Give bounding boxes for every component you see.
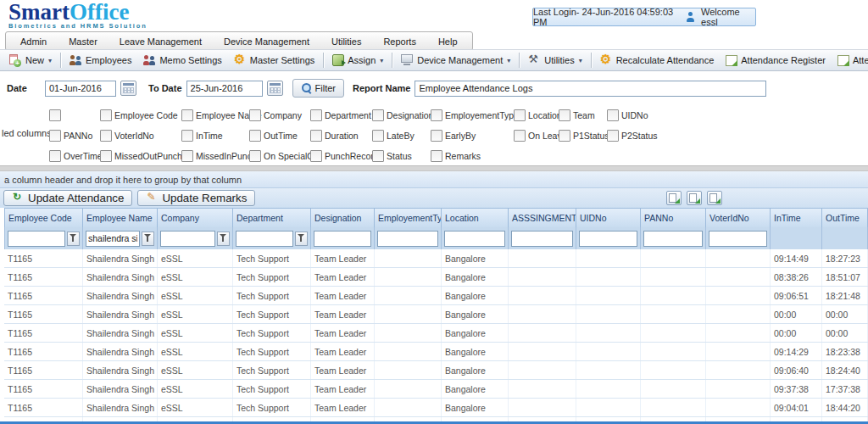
column-checkbox-status[interactable]: Status xyxy=(372,150,431,162)
column-header-location[interactable]: Location xyxy=(442,208,509,227)
table-row[interactable]: T1165Shailendra Singh MaholeSSLTech Supp… xyxy=(4,361,868,380)
table-row[interactable]: T1165Shailendra Singh MaholeSSLTech Supp… xyxy=(4,343,868,361)
checkbox-icon[interactable] xyxy=(49,150,61,162)
checkbox-icon[interactable] xyxy=(607,130,619,142)
calendar-icon[interactable] xyxy=(267,81,283,96)
column-header-designation[interactable]: Designation xyxy=(311,208,375,227)
to-date-input[interactable] xyxy=(186,81,263,97)
device-management-button[interactable]: Device Management▾ xyxy=(395,53,516,68)
memo-settings-button[interactable]: Memo Settings xyxy=(137,53,227,68)
filter-funnel-button[interactable] xyxy=(67,232,80,246)
column-checkbox-blank[interactable] xyxy=(49,109,100,121)
checkbox-icon[interactable] xyxy=(100,150,112,162)
date-input[interactable] xyxy=(45,81,116,97)
checkbox-icon[interactable] xyxy=(181,109,193,121)
column-checkbox-voteridno[interactable]: VoterIdNo xyxy=(100,130,181,142)
menu-item-admin[interactable]: Admin xyxy=(9,36,58,47)
checkbox-icon[interactable] xyxy=(431,150,442,162)
filter-input-employee-name[interactable] xyxy=(86,231,140,247)
menu-item-help[interactable]: Help xyxy=(427,36,469,47)
assign-button[interactable]: Assign▾ xyxy=(326,53,389,68)
column-header-employee-name[interactable]: Employee Name xyxy=(83,208,158,227)
column-checkbox-department[interactable]: Department xyxy=(310,109,372,121)
checkbox-icon[interactable] xyxy=(431,130,442,142)
table-row[interactable]: T1165Shailendra Singh MaholeSSLTech Supp… xyxy=(4,287,868,305)
column-checkbox-overtime[interactable]: OverTime xyxy=(49,150,100,162)
column-header-department[interactable]: Department xyxy=(233,208,311,227)
export-icon-2[interactable] xyxy=(687,191,702,205)
table-row[interactable]: T1165Shailendra Singh MaholeSSLTech Supp… xyxy=(4,324,868,343)
checkbox-icon[interactable] xyxy=(310,150,322,162)
checkbox-icon[interactable] xyxy=(310,130,322,142)
welcome-text[interactable]: Welcome essl xyxy=(701,7,755,27)
filter-input-designation[interactable] xyxy=(314,231,371,247)
column-header-company[interactable]: Company xyxy=(158,208,233,227)
checkbox-icon[interactable] xyxy=(310,109,322,121)
column-checkbox-earlyby[interactable]: EarlyBy xyxy=(431,130,514,142)
checkbox-icon[interactable] xyxy=(100,109,112,121)
checkbox-icon[interactable] xyxy=(372,150,384,162)
column-checkbox-on-specialoff[interactable]: On SpecialOff xyxy=(249,150,310,162)
checkbox-icon[interactable] xyxy=(249,109,261,121)
checkbox-icon[interactable] xyxy=(49,109,61,121)
column-checkbox-outtime[interactable]: OutTime xyxy=(249,130,310,142)
column-checkbox-missedoutpunch[interactable]: MissedOutPunch xyxy=(100,150,181,162)
checkbox-icon[interactable] xyxy=(249,150,261,162)
column-checkbox-duration[interactable]: Duration xyxy=(310,130,372,142)
column-checkbox-uidno[interactable]: UIDNo xyxy=(607,109,659,121)
filter-input-employee-code[interactable] xyxy=(8,231,65,247)
column-checkbox-punchrecords[interactable]: PunchRecords xyxy=(310,150,372,162)
update-attendance-button[interactable]: Update Attendance xyxy=(3,190,132,206)
column-header-employee-code[interactable]: Employee Code xyxy=(4,208,83,227)
filter-input-employementtype[interactable] xyxy=(377,231,438,247)
menu-item-reports[interactable]: Reports xyxy=(372,36,427,47)
column-header-voteridno[interactable]: VoterIdNo xyxy=(706,208,771,227)
column-checkbox-team[interactable]: Team xyxy=(559,109,607,121)
column-checkbox-missedinpunch[interactable]: MissedInPunch xyxy=(181,150,249,162)
export-icon-1[interactable] xyxy=(666,191,682,205)
calendar-icon[interactable] xyxy=(120,81,136,96)
checkbox-icon[interactable] xyxy=(514,109,526,121)
column-checkbox-lateby[interactable]: LateBy xyxy=(372,130,431,142)
column-checkbox-p2status[interactable]: P2Status xyxy=(607,130,659,142)
report-name-input[interactable] xyxy=(415,81,766,97)
table-row[interactable]: T1165Shailendra Singh MaholeSSLTech Supp… xyxy=(4,249,868,268)
column-checkbox-employementtype[interactable]: EmployementType xyxy=(431,109,514,121)
filter-button[interactable]: Filter xyxy=(292,79,344,98)
column-header-outtime[interactable]: OutTime xyxy=(822,208,868,227)
checkbox-icon[interactable] xyxy=(559,109,570,121)
group-by-bar[interactable]: a column header and drop it here to grou… xyxy=(0,171,868,188)
checkbox-icon[interactable] xyxy=(181,130,193,142)
column-header-uidno[interactable]: UIDNo xyxy=(576,208,641,227)
filter-input-uidno[interactable] xyxy=(579,231,637,247)
table-row[interactable]: T1165Shailendra Singh MaholeSSLTech Supp… xyxy=(4,399,868,417)
checkbox-icon[interactable] xyxy=(181,150,193,162)
checkbox-icon[interactable] xyxy=(249,130,261,142)
column-header-employementtype[interactable]: EmployementType xyxy=(375,208,442,227)
checkbox-icon[interactable] xyxy=(607,109,619,121)
checkbox-icon[interactable] xyxy=(431,109,442,121)
column-checkbox-company[interactable]: Company xyxy=(249,109,310,121)
table-row[interactable]: T1165Shailendra Singh MaholeSSLTech Supp… xyxy=(4,305,868,324)
master-settings-button[interactable]: Master Settings xyxy=(228,53,320,68)
column-checkbox-employee-code[interactable]: Employee Code xyxy=(100,109,181,121)
table-row[interactable]: T1165Shailendra Singh MaholeSSLTech Supp… xyxy=(4,380,868,399)
attendance-logs-button[interactable]: Attendance Logs xyxy=(832,53,868,68)
column-checkbox-designation[interactable]: Designation xyxy=(372,109,431,121)
column-checkbox-remarks[interactable]: Remarks xyxy=(431,150,514,162)
column-checkbox-intime[interactable]: InTime xyxy=(181,130,249,142)
column-checkbox-panno[interactable]: PANNo xyxy=(49,130,100,142)
column-header-panno[interactable]: PANNo xyxy=(641,208,706,227)
column-checkbox-location[interactable]: Location xyxy=(514,109,559,121)
menu-item-device-management[interactable]: Device Management xyxy=(213,36,320,47)
filter-input-voteridno[interactable] xyxy=(709,231,767,247)
new-button[interactable]: New▾ xyxy=(3,53,58,68)
column-header-intime[interactable]: InTime xyxy=(771,208,822,227)
menu-item-master[interactable]: Master xyxy=(58,36,108,47)
employees-button[interactable]: Employees xyxy=(64,53,137,68)
attendance-register-button[interactable]: Attendance Register xyxy=(720,53,832,68)
utilities-button[interactable]: Utilities▾ xyxy=(522,53,587,68)
checkbox-icon[interactable] xyxy=(514,130,526,142)
table-row[interactable]: T1165Shailendra Singh MaholeSSLTech Supp… xyxy=(4,268,868,287)
checkbox-icon[interactable] xyxy=(372,109,384,121)
